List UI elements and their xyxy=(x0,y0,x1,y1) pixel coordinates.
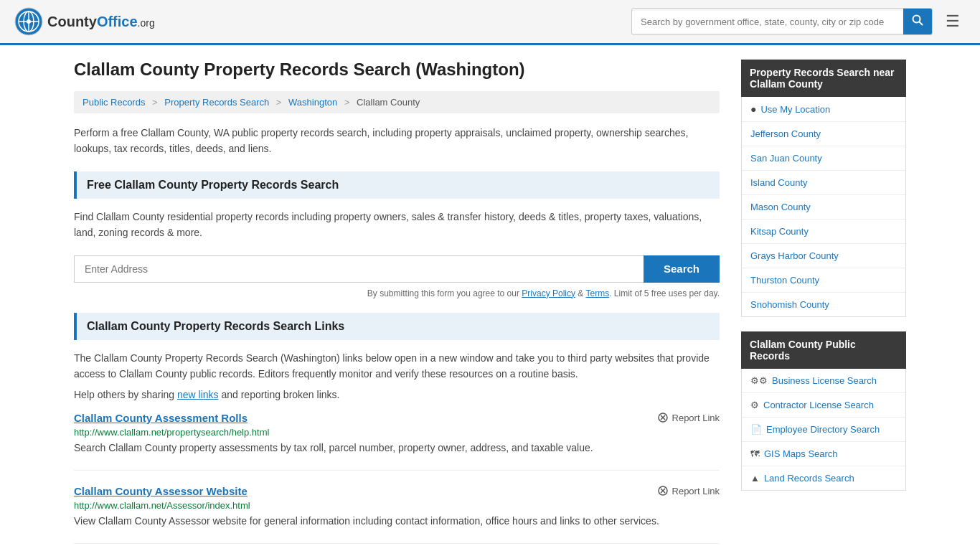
map-icon: 🗺 xyxy=(750,448,760,459)
link-item-header-2: Clallam County Assessor Website Report L… xyxy=(74,485,720,497)
global-search-bar[interactable] xyxy=(631,8,933,35)
breadcrumb-public-records[interactable]: Public Records xyxy=(83,97,145,108)
privacy-policy-link[interactable]: Privacy Policy xyxy=(522,288,575,298)
assessment-rolls-link[interactable]: Clallam County Assessment Rolls xyxy=(74,412,248,424)
link-item-title: Clallam County Assessment Rolls xyxy=(74,412,248,424)
breadcrumb-washington[interactable]: Washington xyxy=(288,97,337,108)
use-my-location-link[interactable]: Use My Location xyxy=(760,104,830,115)
public-records-list: ⚙⚙ Business License Search ⚙ Contractor … xyxy=(741,369,906,491)
sidebar-item-san-juan[interactable]: San Juan County xyxy=(742,146,905,171)
form-note: By submitting this form you agree to our… xyxy=(74,288,720,298)
address-search-button[interactable]: Search xyxy=(644,255,720,283)
breadcrumb-sep-3: > xyxy=(344,97,350,108)
logo-text: CountyOffice.org xyxy=(47,14,155,30)
links-description: The Clallam County Property Records Sear… xyxy=(74,350,720,382)
sidebar-item-kitsap[interactable]: Kitsap County xyxy=(742,220,905,244)
free-search-heading: Free Clallam County Property Records Sea… xyxy=(74,171,720,199)
nearby-section-title: Property Records Search near Clallam Cou… xyxy=(741,60,906,97)
sidebar-item-jefferson[interactable]: Jefferson County xyxy=(742,122,905,146)
address-search-form: Search xyxy=(74,255,720,283)
nearby-section: Property Records Search near Clallam Cou… xyxy=(741,60,906,317)
link-item-assessor-website: Clallam County Assessor Website Report L… xyxy=(74,485,720,544)
use-my-location-item[interactable]: ● Use My Location xyxy=(742,97,905,122)
sidebar-item-employee-directory[interactable]: 📄 Employee Directory Search xyxy=(742,418,905,442)
header-right: ☰ xyxy=(631,8,966,35)
logo[interactable]: CountyOffice.org xyxy=(14,7,155,36)
link-item-desc-1: Search Clallam County property assessmen… xyxy=(74,441,720,456)
gear-icon: ⚙⚙ xyxy=(750,375,768,386)
sidebar-item-land-records[interactable]: ▲ Land Records Search xyxy=(742,466,905,490)
new-links-note: Help others by sharing new links and rep… xyxy=(74,389,720,400)
link-item-title-2: Clallam County Assessor Website xyxy=(74,485,248,497)
report-link-button-2[interactable]: Report Link xyxy=(657,485,720,496)
logo-icon xyxy=(14,7,43,36)
svg-point-5 xyxy=(27,19,31,24)
svg-point-6 xyxy=(913,16,920,23)
land-icon: ▲ xyxy=(750,473,760,484)
report-icon xyxy=(657,412,669,423)
svg-line-7 xyxy=(920,22,923,26)
link-item-url-2: http://www.clallam.net/Assessor/index.ht… xyxy=(74,500,720,511)
location-icon: ● xyxy=(750,103,756,115)
sidebar-item-gis-maps[interactable]: 🗺 GIS Maps Search xyxy=(742,442,905,466)
global-search-button[interactable] xyxy=(903,9,932,34)
breadcrumb-sep-2: > xyxy=(276,97,282,108)
link-item-url-1: http://www.clallam.net/propertysearch/he… xyxy=(74,427,720,438)
links-section-heading: Clallam County Property Records Search L… xyxy=(74,313,720,340)
sidebar-item-contractor-license[interactable]: ⚙ Contractor License Search xyxy=(742,393,905,418)
breadcrumb: Public Records > Property Records Search… xyxy=(74,91,720,113)
form-note-text: By submitting this form you agree to our xyxy=(367,288,519,298)
limit-note: Limit of 5 free uses per day. xyxy=(614,288,720,298)
breadcrumb-property-records[interactable]: Property Records Search xyxy=(164,97,269,108)
link-item-desc-2: View Clallam County Assessor website for… xyxy=(74,514,720,529)
address-input[interactable] xyxy=(74,255,644,283)
page-description: Perform a free Clallam County, WA public… xyxy=(74,125,720,157)
sidebar-item-grays-harbor[interactable]: Grays Harbor County xyxy=(742,244,905,268)
link-item-assessment-rolls: Clallam County Assessment Rolls Report L… xyxy=(74,412,720,471)
search-icon xyxy=(912,14,923,26)
sidebar-item-thurston[interactable]: Thurston County xyxy=(742,268,905,293)
public-records-section: Clallam County Public Records ⚙⚙ Busines… xyxy=(741,331,906,491)
sidebar-item-snohomish[interactable]: Snohomish County xyxy=(742,293,905,316)
link-item-header: Clallam County Assessment Rolls Report L… xyxy=(74,412,720,424)
terms-link[interactable]: Terms xyxy=(585,288,609,298)
public-records-section-title: Clallam County Public Records xyxy=(741,331,906,369)
sidebar-item-business-license[interactable]: ⚙⚙ Business License Search xyxy=(742,369,905,393)
report-icon-2 xyxy=(657,485,669,496)
assessor-website-link[interactable]: Clallam County Assessor Website xyxy=(74,485,248,497)
report-link-button-1[interactable]: Report Link xyxy=(657,412,720,423)
breadcrumb-current: Clallam County xyxy=(357,97,420,108)
book-icon: 📄 xyxy=(750,424,762,435)
sidebar-item-mason[interactable]: Mason County xyxy=(742,195,905,220)
global-search-input[interactable] xyxy=(632,11,903,33)
free-search-description: Find Clallam County residential property… xyxy=(74,209,720,241)
nearby-counties-list: ● Use My Location Jefferson County San J… xyxy=(741,97,906,317)
new-links-anchor[interactable]: new links xyxy=(177,389,219,400)
page-title: Clallam County Property Records Search (… xyxy=(74,60,720,80)
gear-small-icon: ⚙ xyxy=(750,400,759,410)
hamburger-menu-button[interactable]: ☰ xyxy=(940,9,966,34)
breadcrumb-sep-1: > xyxy=(152,97,158,108)
sidebar-item-island[interactable]: Island County xyxy=(742,171,905,195)
